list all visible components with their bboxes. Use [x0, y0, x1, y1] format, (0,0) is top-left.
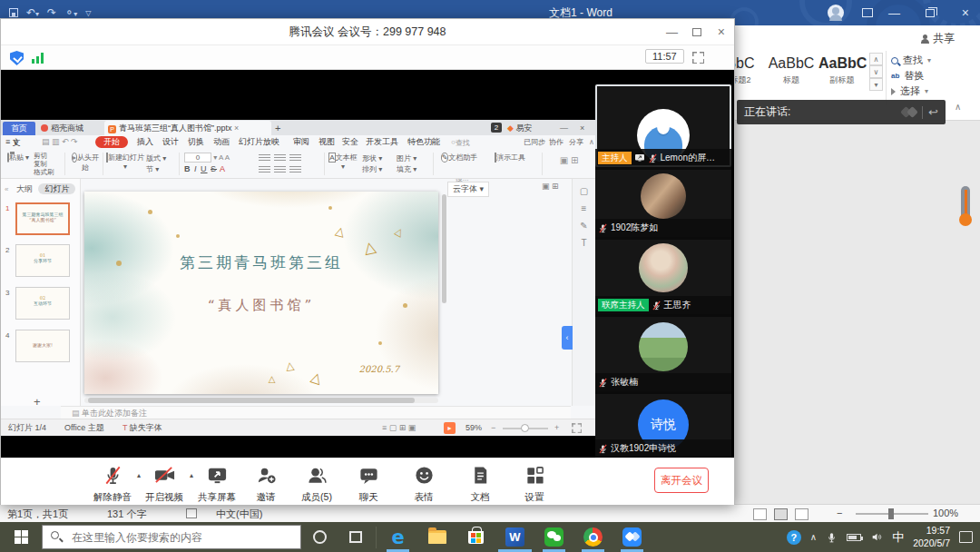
- proofing-icon[interactable]: [186, 508, 197, 518]
- shape-arrange-group[interactable]: 形状 ▾排列 ▾: [362, 153, 393, 175]
- notes-bar[interactable]: ▤ 单击此处添加备注: [61, 406, 571, 419]
- customize-quick-access-icon[interactable]: ▽: [85, 9, 91, 17]
- paragraph-group[interactable]: [257, 153, 320, 177]
- taskbar-meeting[interactable]: [612, 522, 652, 552]
- layout-group[interactable]: 版式 ▾节 ▾: [146, 153, 175, 175]
- security-shield-icon[interactable]: [10, 51, 24, 65]
- leave-meeting-button[interactable]: 离开会议: [654, 468, 709, 493]
- slide-thumbnail-1[interactable]: 第三期青马班第三组“真人图书馆”: [15, 202, 70, 235]
- play-from-start-button[interactable]: ▸从头开始: [70, 153, 101, 172]
- slide-hscrollbar[interactable]: [84, 398, 438, 403]
- wps-tab-design[interactable]: 设计: [162, 136, 179, 148]
- outline-tab[interactable]: 大纲: [16, 184, 33, 193]
- wps-tab-slideshow[interactable]: 幻灯片放映: [239, 136, 279, 148]
- wps-tab-insert[interactable]: 插入: [137, 136, 153, 148]
- wps-share[interactable]: 分享: [569, 136, 583, 148]
- word-count[interactable]: 131 个字: [107, 508, 146, 521]
- ime-indicator[interactable]: 中: [892, 529, 904, 546]
- participant-tile[interactable]: 主持人 Lemon的屏…: [595, 84, 731, 167]
- strip-icon[interactable]: T: [573, 238, 595, 248]
- paste-button[interactable]: 粘贴 ▾: [6, 153, 30, 163]
- taskbar-search[interactable]: [42, 525, 301, 549]
- chat-button[interactable]: 聊天: [339, 465, 397, 504]
- style-subtitle[interactable]: AaBbC 副标题: [818, 54, 866, 86]
- wps-zoom-out-icon[interactable]: −: [491, 419, 495, 436]
- account-avatar[interactable]: [828, 0, 844, 25]
- read-mode-icon[interactable]: [753, 508, 767, 520]
- toolbar-extra-icons[interactable]: ▣ ⊞: [551, 155, 587, 165]
- wps-slideshow-button[interactable]: ▸: [444, 422, 456, 434]
- textbox-button[interactable]: A文本框 ▾: [328, 153, 358, 171]
- word-restore-button[interactable]: [926, 0, 935, 25]
- participant-tile[interactable]: 张敏楠: [595, 317, 731, 391]
- touch-mode-icon[interactable]: ⚬▾: [64, 6, 77, 19]
- word-close-button[interactable]: ×: [962, 0, 969, 25]
- clipboard-group[interactable]: 剪切复制格式刷: [34, 152, 61, 176]
- wps-user-account[interactable]: ◆ 易安: [507, 122, 532, 135]
- collapse-ribbon-icon[interactable]: ∧: [955, 102, 961, 112]
- slide-thumbnail-3[interactable]: 02互动环节: [15, 287, 70, 320]
- fullscreen-icon[interactable]: [692, 52, 704, 64]
- cloud-font-popup[interactable]: 云字体 ▾: [447, 182, 489, 197]
- share-button[interactable]: 共享: [920, 31, 955, 46]
- find-button[interactable]: 查找▾: [891, 53, 977, 68]
- thermometer-widget[interactable]: [961, 186, 970, 224]
- wps-message-badge[interactable]: 2: [491, 123, 502, 133]
- settings-button[interactable]: 设置: [505, 465, 564, 504]
- styles-gallery-scroll[interactable]: ∧∨▾: [869, 53, 884, 91]
- slide-thumbnail-4[interactable]: 谢谢大家!: [15, 330, 70, 362]
- taskbar-store[interactable]: [456, 522, 495, 552]
- wps-tab-devtools[interactable]: 开发工具: [366, 136, 398, 148]
- add-slide-button[interactable]: +: [34, 395, 41, 409]
- strip-icon[interactable]: ✎: [573, 221, 595, 231]
- network-signal-icon[interactable]: [32, 53, 44, 64]
- slides-tab[interactable]: 幻灯片: [38, 183, 75, 194]
- strip-icon[interactable]: ▢: [573, 186, 595, 196]
- unmute-button[interactable]: 解除静音: [83, 465, 142, 504]
- task-view-button[interactable]: [338, 522, 374, 552]
- hidden-icons-chevron[interactable]: ∧: [810, 532, 817, 542]
- word-minimize-button[interactable]: —: [888, 0, 900, 25]
- wps-command-search[interactable]: ○ 查找命令、搜...: [451, 136, 456, 148]
- wps-zoom-slider[interactable]: [503, 428, 548, 429]
- members-button[interactable]: 成员(5): [288, 465, 346, 504]
- wps-new-tab-button[interactable]: +: [275, 122, 280, 135]
- docs-button[interactable]: 文档: [451, 465, 509, 504]
- style-heading[interactable]: AaBbC 标题: [768, 54, 815, 86]
- wps-document-tab[interactable]: P青马班第三组“真人图书馆”.pptx ×: [104, 121, 271, 135]
- start-button[interactable]: [0, 522, 42, 552]
- meeting-minimize-button[interactable]: —: [666, 19, 678, 44]
- wps-collaborate[interactable]: 协作: [549, 136, 564, 148]
- wps-synced[interactable]: 已同步: [524, 136, 545, 148]
- wps-tab-start[interactable]: 开始: [95, 136, 128, 148]
- ribbon-display-options-icon[interactable]: [862, 0, 873, 25]
- help-tray-icon[interactable]: ?: [787, 530, 801, 545]
- replace-button[interactable]: ab替换: [891, 68, 977, 84]
- wps-tab-animation[interactable]: 动画: [213, 136, 230, 148]
- action-center-icon[interactable]: [959, 531, 973, 543]
- present-tools-button[interactable]: 演示工具: [491, 153, 529, 163]
- slide-thumbnail-2[interactable]: 01分享环节: [15, 244, 70, 277]
- doc-assistant-button[interactable]: ✎文档助手: [440, 153, 478, 163]
- page-indicator[interactable]: 第1页，共1页: [7, 508, 68, 521]
- wps-tab-review[interactable]: 审阅: [293, 136, 309, 148]
- meeting-maximize-button[interactable]: [692, 19, 701, 44]
- participant-tile[interactable]: 1902陈梦如: [595, 170, 731, 237]
- tray-mic-icon[interactable]: [826, 531, 838, 544]
- clock[interactable]: 19:57 2020/5/7: [913, 525, 950, 548]
- cortana-button[interactable]: [301, 522, 338, 552]
- taskbar-word[interactable]: W: [495, 522, 534, 552]
- web-layout-icon[interactable]: [795, 508, 808, 520]
- participant-tile[interactable]: 联席主持人 王思齐: [595, 240, 731, 314]
- wps-collapse-icon[interactable]: ∧: [589, 136, 594, 148]
- wps-quick-icons[interactable]: ▤ ▥ ↶ ↷: [42, 136, 78, 148]
- panel-collapse-icon[interactable]: «: [5, 185, 8, 193]
- volume-icon[interactable]: [870, 531, 883, 543]
- wps-tab-features[interactable]: 特色功能: [407, 136, 440, 148]
- slide-canvas[interactable]: 第三期青马班第三组 “真人图书馆” 2020.5.7 △ △ △ △ △ △: [84, 192, 438, 394]
- wps-tab-security[interactable]: 安全: [342, 136, 358, 148]
- wps-view-icons[interactable]: ≡ ▢ ⊞ ▣: [382, 419, 416, 436]
- picture-fill-group[interactable]: 图片 ▾填充 ▾: [397, 153, 427, 175]
- wps-close-icon[interactable]: ×: [580, 122, 584, 135]
- language-indicator[interactable]: 中文(中国): [216, 508, 262, 521]
